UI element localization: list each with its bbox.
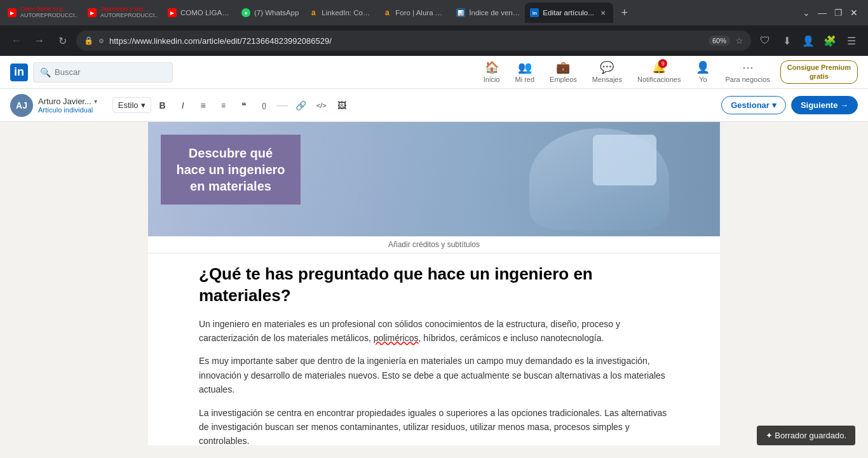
nav-para-negocios[interactable]: ⋯ Para negocios	[717, 56, 777, 89]
tab-wa-title: (7) WhatsApp	[254, 9, 299, 17]
nav-yo[interactable]: 👤 Yo	[688, 56, 717, 89]
nav-mensajes[interactable]: 💬 Mensajes	[585, 56, 630, 89]
whatsapp-favicon: ●	[241, 8, 250, 17]
nav-notificaciones[interactable]: 🔔 9 Notificaciones	[630, 56, 688, 89]
close-window-button[interactable]: ✕	[848, 5, 860, 20]
linkedin-favicon-active: in	[530, 8, 539, 17]
gestionar-chevron-icon: ▾	[772, 100, 776, 110]
tab-indice[interactable]: 📊 Índice de ventas...	[451, 3, 525, 23]
search-icon: 🔍	[40, 67, 51, 77]
siguiente-button[interactable]: Siguiente →	[791, 96, 858, 114]
editor-toolbar: AJ Arturo Javier... ▾ Artículo individua…	[0, 89, 868, 122]
embed-code-button[interactable]: </>	[313, 97, 330, 114]
draft-saved-toast: ✦ Borrador guardado.	[757, 426, 855, 445]
profile-nav-icon: 👤	[696, 60, 710, 74]
minimize-button[interactable]: —	[815, 5, 829, 20]
image-caption[interactable]: Añadir créditos y subtítulos	[148, 236, 720, 253]
link-button[interactable]: 🔗	[292, 97, 310, 114]
article-body: Descubre qué hace un ingeniero en materi…	[148, 122, 720, 445]
nav-inicio[interactable]: 🏠 Inicio	[476, 56, 508, 89]
tabs-dropdown-button[interactable]: ⌄	[800, 5, 813, 20]
search-input[interactable]	[55, 67, 166, 77]
unordered-list-button[interactable]: ≡	[194, 97, 212, 114]
search-bar[interactable]: 🔍	[33, 62, 173, 83]
tab-yt3[interactable]: ▶ COMO LIGAR SI...	[163, 3, 236, 23]
amazon-favicon-1: a	[309, 8, 318, 17]
nav-empleos-label: Empleos	[550, 76, 577, 83]
shield-icon[interactable]: 🛡	[756, 32, 774, 50]
ordered-list-button[interactable]: ≡	[215, 97, 233, 114]
image-button[interactable]: 🖼	[333, 97, 351, 114]
bookmark-icon[interactable]: ☆	[735, 36, 743, 46]
article-paragraph-1[interactable]: Un ingeniero en materiales es un profesi…	[199, 317, 669, 346]
url-bar[interactable]: 🔒 ⚙ https://www.linkedin.com/article/edi…	[76, 30, 751, 51]
download-icon[interactable]: ⬇	[778, 32, 796, 50]
article-text-body: ¿Qué te has preguntado que hace un ingen…	[148, 264, 720, 458]
tab-indice-title: Índice de ventas...	[469, 9, 520, 17]
style-label: Estilo	[118, 100, 139, 110]
address-bar: ← → ↻ 🔒 ⚙ https://www.linkedin.com/artic…	[0, 25, 868, 56]
business-icon: ⋯	[742, 60, 754, 74]
article-image-container[interactable]: Descubre qué hace un ingeniero en materi…	[148, 122, 720, 253]
style-chevron-icon: ▾	[141, 100, 146, 110]
tab-yt2-title: Japoneses y sus ... AUTOREPRODUCCI...	[100, 6, 158, 19]
url-text: https://www.linkedin.com/article/edit/72…	[109, 36, 703, 46]
author-type: Artículo individual	[38, 106, 97, 114]
tab-li1-title: LinkedIn: Como ...	[322, 9, 372, 17]
indice-favicon: 📊	[456, 8, 465, 17]
back-button[interactable]: ←	[8, 32, 25, 50]
siguiente-label: Siguiente →	[801, 100, 848, 110]
security-icon: 🔒	[84, 36, 93, 45]
author-avatar: AJ	[10, 94, 33, 117]
draft-saved-text: ✦ Borrador guardado.	[766, 431, 846, 440]
zoom-level: 60%	[709, 36, 730, 46]
tab-yt1[interactable]: ▶ Como hacer tu p... AUTOREPRODUCCI...	[3, 3, 83, 23]
jobs-icon: 💼	[556, 60, 570, 74]
refresh-button[interactable]: ↻	[53, 32, 71, 50]
extensions-icon[interactable]: 🧩	[821, 32, 839, 50]
style-dropdown[interactable]: Estilo ▾	[112, 97, 151, 113]
premium-button[interactable]: Consigue Premium gratis	[780, 60, 858, 83]
tab-foro[interactable]: a Foro | Alura Lata...	[377, 3, 451, 23]
menu-icon[interactable]: ☰	[843, 32, 860, 50]
author-info: Arturo Javier... ▾ Artículo individual	[38, 97, 97, 114]
nav-items: 🏠 Inicio 👥 Mi red 💼 Empleos 💬 Mensajes 🔔…	[476, 56, 858, 89]
forward-button[interactable]: →	[31, 32, 48, 50]
add-tab-button[interactable]: +	[616, 4, 634, 22]
nav-negocios-label: Para negocios	[725, 76, 770, 83]
article-title[interactable]: ¿Qué te has preguntado que hace un ingen…	[199, 264, 669, 307]
tab-editar-active[interactable]: in Editar artículo... ✕	[525, 3, 613, 23]
youtube-favicon-3: ▶	[168, 8, 177, 17]
tab-yt3-title: COMO LIGAR SI...	[180, 9, 231, 17]
lock-icon: ⚙	[98, 37, 104, 44]
messages-icon: 💬	[600, 60, 614, 74]
nav-notificaciones-label: Notificaciones	[637, 76, 681, 83]
article-overlay-text: Descubre qué hace un ingeniero en materi…	[161, 135, 301, 205]
spellcheck-word: poliméricos	[374, 333, 419, 343]
article-paragraph-2[interactable]: Es muy importante saber que dentro de la…	[199, 354, 669, 396]
author-dropdown-icon[interactable]: ▾	[94, 98, 97, 105]
toolbar-right: Gestionar ▾ Siguiente →	[721, 96, 858, 114]
nav-mi-red[interactable]: 👥 Mi red	[508, 56, 543, 89]
article-content: Descubre qué hace un ingeniero en materi…	[0, 122, 868, 458]
gestionar-button[interactable]: Gestionar ▾	[721, 96, 786, 114]
maximize-button[interactable]: ❐	[832, 5, 845, 20]
author-name: Arturo Javier... ▾	[38, 97, 97, 106]
tab-yt2[interactable]: ▶ Japoneses y sus ... AUTOREPRODUCCI...	[83, 3, 163, 23]
nav-mensajes-label: Mensajes	[592, 76, 622, 83]
bold-button[interactable]: B	[154, 97, 172, 114]
profile-icon[interactable]: 👤	[799, 32, 817, 50]
home-icon: 🏠	[485, 60, 499, 74]
tab-linkedin1[interactable]: a LinkedIn: Como ...	[304, 3, 377, 23]
code-button[interactable]: {}	[255, 97, 273, 114]
quote-button[interactable]: ❝	[235, 97, 253, 114]
nav-empleos[interactable]: 💼 Empleos	[542, 56, 585, 89]
youtube-favicon-2: ▶	[88, 8, 97, 17]
article-paragraph-3[interactable]: La investigación se centra en encontrar …	[199, 406, 669, 448]
tab-close-button[interactable]: ✕	[598, 8, 608, 18]
formatting-toolbar: Estilo ▾ B I ≡ ≡ ❝ {} — 🔗 </> 🖼	[112, 97, 351, 114]
italic-button[interactable]: I	[174, 97, 192, 114]
gestionar-label: Gestionar	[731, 100, 770, 110]
tab-whatsapp[interactable]: ● (7) WhatsApp	[236, 3, 304, 23]
tab-edit-title: Editar artículo...	[543, 9, 594, 17]
